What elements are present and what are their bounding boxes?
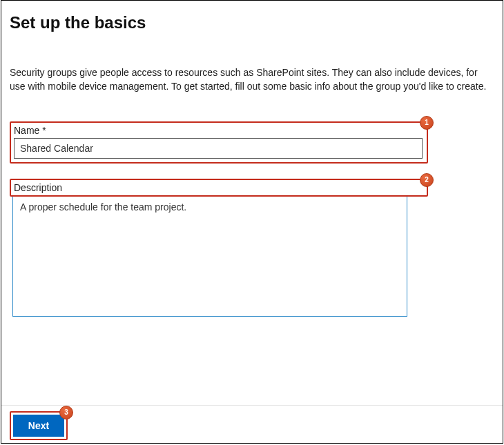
next-button[interactable]: Next xyxy=(13,415,64,437)
footer-separator xyxy=(1,405,503,406)
name-field-block: 1 Name * xyxy=(10,121,494,164)
annotation-badge-3: 3 xyxy=(59,406,73,419)
name-label: Name * xyxy=(14,125,424,136)
setup-basics-dialog: Set up the basics Security groups give p… xyxy=(1,0,503,444)
annotation-box-1: 1 Name * xyxy=(10,121,428,164)
page-title: Set up the basics xyxy=(10,13,494,32)
annotation-box-3: 3 Next xyxy=(10,411,68,440)
intro-text: Security groups give people access to re… xyxy=(10,66,494,94)
name-input[interactable] xyxy=(14,138,423,159)
annotation-box-2: 2 Description xyxy=(10,179,428,197)
description-field-block: 2 Description xyxy=(10,179,494,317)
annotation-badge-2: 2 xyxy=(420,173,434,187)
annotation-badge-1: 1 xyxy=(420,116,434,130)
description-input[interactable] xyxy=(12,195,407,317)
description-label: Description xyxy=(14,182,424,193)
